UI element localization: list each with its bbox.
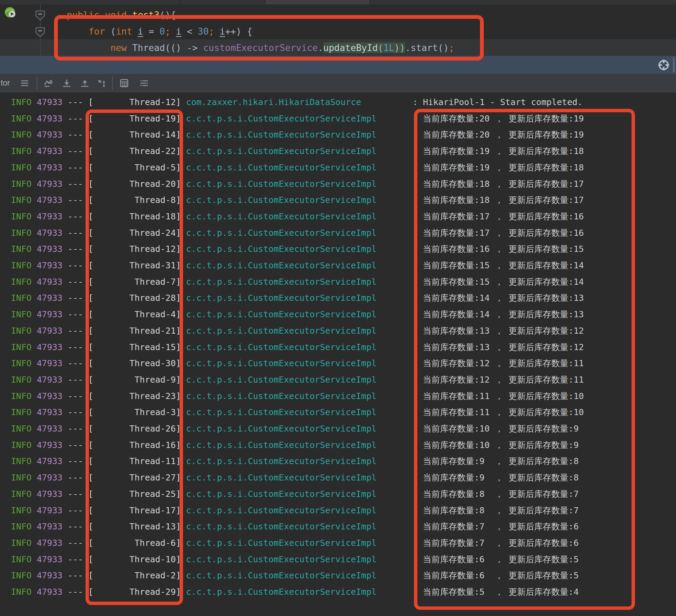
scroll-to-top-icon[interactable] (80, 78, 90, 88)
log-row: INFO 47933 --- [ Thread-26] c.c.t.p.s.i.… (6, 421, 584, 437)
target-icon[interactable] (657, 59, 670, 72)
log-row: INFO 47933 --- [ Thread-31] c.c.t.p.s.i.… (6, 257, 584, 274)
log-row: INFO 47933 --- [ Thread-12] com.zaxxer.h… (6, 94, 584, 111)
log-row: INFO 47933 --- [ Thread-14] c.c.t.p.s.i.… (6, 127, 584, 143)
log-row: INFO 47933 --- [ Thread-18] c.c.t.p.s.i.… (6, 208, 584, 225)
log-row: INFO 47933 --- [ Thread-19] c.c.t.p.s.i.… (6, 111, 584, 127)
console-log[interactable]: INFO 47933 --- [ Thread-12] com.zaxxer.h… (0, 92, 676, 616)
log-row: INFO 47933 --- [ Thread-9] c.c.t.p.s.i.C… (6, 372, 584, 388)
fold-marker-icon[interactable] (35, 10, 45, 21)
code-line: public void test3(){ (67, 7, 454, 23)
navigate-caret-icon[interactable] (97, 78, 107, 88)
log-row: INFO 47933 --- [ Thread-7] c.c.t.p.s.i.C… (6, 274, 584, 290)
log-row: INFO 47933 --- [ Thread-6] c.c.t.p.s.i.C… (6, 535, 584, 551)
fold-marker-icon[interactable] (35, 27, 45, 37)
console-toolbar: tor (0, 74, 676, 93)
active-tab-sliver[interactable] (265, 0, 369, 4)
log-row: INFO 47933 --- [ Thread-16] c.c.t.p.s.i.… (6, 437, 584, 453)
log-row: INFO 47933 --- [ Thread-8] c.c.t.p.s.i.C… (6, 192, 584, 208)
soft-wrap-icon[interactable] (43, 78, 54, 88)
code-line: for (int i = 0; i < 30; i++) { (67, 23, 454, 40)
toolbar-separator (112, 77, 113, 90)
log-row: INFO 47933 --- [ Thread-4] c.c.t.p.s.i.C… (6, 306, 584, 323)
menu-icon[interactable] (20, 78, 30, 88)
filter-lines-icon[interactable] (139, 78, 150, 88)
log-row: INFO 47933 --- [ Thread-29] c.c.t.p.s.i.… (6, 584, 584, 600)
scroll-to-end-icon[interactable] (62, 78, 72, 88)
log-row: INFO 47933 --- [ Thread-22] c.c.t.p.s.i.… (6, 143, 584, 159)
layout-grid-icon[interactable] (119, 78, 129, 88)
console-tab-label[interactable]: tor (1, 78, 10, 88)
log-row: INFO 47933 --- [ Thread-21] c.c.t.p.s.i.… (6, 323, 584, 339)
log-row: INFO 47933 --- [ Thread-3] c.c.t.p.s.i.C… (6, 404, 584, 421)
log-row: INFO 47933 --- [ Thread-30] c.c.t.p.s.i.… (6, 355, 584, 372)
ide-window: public void test3(){ for (int i = 0; i <… (0, 0, 676, 616)
log-row: INFO 47933 --- [ Thread-10] c.c.t.p.s.i.… (6, 551, 584, 568)
log-row: INFO 47933 --- [ Thread-11] c.c.t.p.s.i.… (6, 453, 584, 470)
spring-boot-run-icon[interactable] (4, 7, 17, 20)
editor-tab-strip (0, 0, 676, 4)
log-row: INFO 47933 --- [ Thread-15] c.c.t.p.s.i.… (6, 339, 584, 356)
log-row: INFO 47933 --- [ Thread-28] c.c.t.p.s.i.… (6, 290, 584, 306)
log-row: INFO 47933 --- [ Thread-23] c.c.t.p.s.i.… (6, 388, 584, 405)
code-editor: public void test3(){ for (int i = 0; i <… (0, 4, 676, 74)
log-row: INFO 47933 --- [ Thread-25] c.c.t.p.s.i.… (6, 486, 584, 502)
log-row: INFO 47933 --- [ Thread-5] c.c.t.p.s.i.C… (6, 159, 584, 176)
selected-line-highlight (0, 56, 676, 74)
tab-separator (369, 0, 370, 4)
log-row: INFO 47933 --- [ Thread-13] c.c.t.p.s.i.… (6, 518, 584, 535)
log-row: INFO 47933 --- [ Thread-27] c.c.t.p.s.i.… (6, 470, 584, 486)
editor-scrollbar-thumb[interactable] (673, 57, 675, 73)
tab-separator (180, 0, 180, 4)
code-line: new Thread(() -> customExecutorService.u… (67, 40, 454, 56)
tab-separator (265, 0, 266, 4)
log-row: INFO 47933 --- [ Thread-24] c.c.t.p.s.i.… (6, 225, 584, 241)
log-row: INFO 47933 --- [ Thread-12] c.c.t.p.s.i.… (6, 241, 584, 257)
log-row: INFO 47933 --- [ Thread-17] c.c.t.p.s.i.… (6, 502, 584, 519)
code-block[interactable]: public void test3(){ for (int i = 0; i <… (67, 7, 454, 56)
log-row: INFO 47933 --- [ Thread-20] c.c.t.p.s.i.… (6, 176, 584, 192)
log-row: INFO 47933 --- [ Thread-2] c.c.t.p.s.i.C… (6, 567, 584, 584)
toolbar-separator (37, 77, 37, 90)
